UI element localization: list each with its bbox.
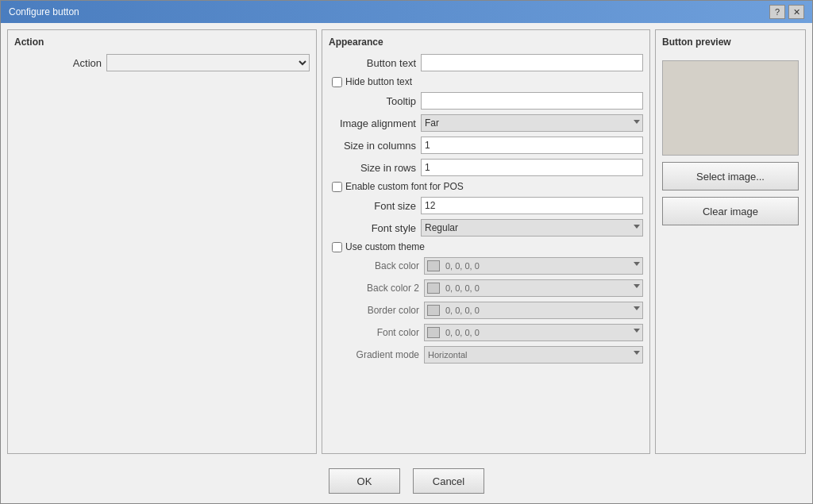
custom-theme-label: Use custom theme xyxy=(345,241,425,252)
select-image-button[interactable]: Select image... xyxy=(662,162,799,190)
action-panel: Action Action xyxy=(7,29,317,454)
configure-button-dialog: Configure button ? ✕ Action Action Appea… xyxy=(0,0,813,504)
hide-button-text-label: Hide button text xyxy=(345,76,412,87)
dialog-title: Configure button xyxy=(9,6,79,17)
image-alignment-select-wrap: Far Near Center xyxy=(421,114,643,132)
back-color-label: Back color xyxy=(340,260,419,271)
clear-image-button[interactable]: Clear image xyxy=(662,197,799,225)
title-bar-buttons: ? ✕ xyxy=(769,5,804,19)
image-alignment-label: Image alignment xyxy=(329,117,416,129)
font-color-select[interactable]: 0, 0, 0, 0 xyxy=(424,324,643,341)
border-color-label: Border color xyxy=(340,305,419,316)
gradient-mode-row: Gradient mode Horizontal Vertical None xyxy=(329,346,643,364)
size-columns-input[interactable] xyxy=(421,137,643,154)
dialog-footer: OK Cancel xyxy=(1,460,812,503)
custom-font-checkbox[interactable] xyxy=(332,182,342,192)
back-color-row: Back color 0, 0, 0, 0 xyxy=(329,257,643,275)
dialog-body: Action Action Appearance Button text Hid… xyxy=(1,23,812,460)
back-color-select-wrap: 0, 0, 0, 0 xyxy=(424,257,643,275)
gradient-mode-select-wrap: Horizontal Vertical None xyxy=(424,346,643,364)
button-text-input[interactable] xyxy=(421,54,643,71)
tooltip-input[interactable] xyxy=(421,92,643,110)
font-style-label: Font style xyxy=(329,222,416,234)
button-text-label: Button text xyxy=(329,57,416,69)
title-bar: Configure button ? ✕ xyxy=(1,1,812,23)
custom-theme-row: Use custom theme xyxy=(329,241,643,252)
size-columns-label: Size in columns xyxy=(329,140,416,152)
button-text-row: Button text xyxy=(329,54,643,71)
font-color-label: Font color xyxy=(340,327,419,338)
border-color-select[interactable]: 0, 0, 0, 0 xyxy=(424,302,643,319)
back-color2-select[interactable]: 0, 0, 0, 0 xyxy=(424,279,643,297)
font-color-row: Font color 0, 0, 0, 0 xyxy=(329,324,643,341)
size-rows-label: Size in rows xyxy=(329,162,416,174)
action-panel-title: Action xyxy=(14,37,310,48)
preview-panel-title: Button preview xyxy=(662,37,799,48)
back-color-select[interactable]: 0, 0, 0, 0 xyxy=(424,257,643,275)
tooltip-row: Tooltip xyxy=(329,92,643,110)
border-color-row: Border color 0, 0, 0, 0 xyxy=(329,302,643,319)
custom-font-label: Enable custom font for POS xyxy=(345,181,464,192)
image-alignment-row: Image alignment Far Near Center xyxy=(329,114,643,132)
size-rows-input[interactable] xyxy=(421,159,643,176)
custom-theme-checkbox[interactable] xyxy=(332,242,342,252)
gradient-mode-select[interactable]: Horizontal Vertical None xyxy=(424,346,643,364)
font-size-row: Font size xyxy=(329,197,643,214)
back-color2-select-wrap: 0, 0, 0, 0 xyxy=(424,279,643,297)
help-button[interactable]: ? xyxy=(769,5,785,19)
size-columns-row: Size in columns xyxy=(329,137,643,154)
preview-panel: Button preview Select image... Clear ima… xyxy=(655,29,806,454)
close-button[interactable]: ✕ xyxy=(788,5,804,19)
font-color-select-wrap: 0, 0, 0, 0 xyxy=(424,324,643,341)
appearance-panel-title: Appearance xyxy=(329,37,643,48)
cancel-button[interactable]: Cancel xyxy=(413,468,484,494)
font-style-select-wrap: Regular Bold Italic Bold Italic xyxy=(421,219,643,237)
hide-button-text-checkbox[interactable] xyxy=(332,77,342,87)
action-field-row: Action xyxy=(14,54,310,71)
action-label: Action xyxy=(14,57,102,69)
size-rows-row: Size in rows xyxy=(329,159,643,176)
font-style-select[interactable]: Regular Bold Italic Bold Italic xyxy=(421,219,643,237)
ok-button[interactable]: OK xyxy=(329,468,400,494)
border-color-select-wrap: 0, 0, 0, 0 xyxy=(424,302,643,319)
gradient-mode-label: Gradient mode xyxy=(340,349,419,360)
back-color2-row: Back color 2 0, 0, 0, 0 xyxy=(329,279,643,297)
font-size-input[interactable] xyxy=(421,197,643,214)
font-style-row: Font style Regular Bold Italic Bold Ital… xyxy=(329,219,643,237)
back-color2-label: Back color 2 xyxy=(340,283,419,294)
button-preview-box xyxy=(662,60,799,156)
action-select[interactable] xyxy=(106,54,310,71)
custom-font-row: Enable custom font for POS xyxy=(329,181,643,192)
appearance-panel: Appearance Button text Hide button text … xyxy=(322,29,650,454)
image-alignment-select[interactable]: Far Near Center xyxy=(421,114,643,132)
hide-button-text-row: Hide button text xyxy=(329,76,643,87)
font-size-label: Font size xyxy=(329,200,416,212)
tooltip-label: Tooltip xyxy=(329,95,416,107)
